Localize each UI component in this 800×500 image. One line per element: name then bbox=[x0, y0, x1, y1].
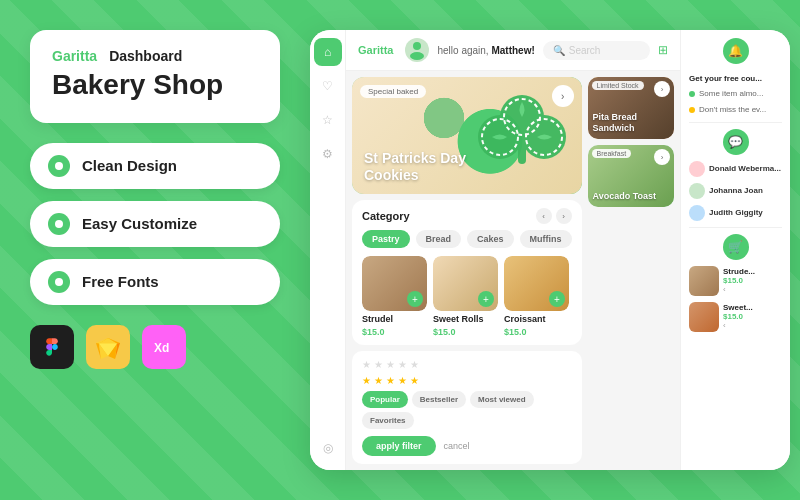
sidebar-home-icon[interactable]: ⌂ bbox=[314, 38, 342, 66]
category-section: Category ‹ › Pastry Bread Cakes Muffins bbox=[352, 200, 582, 345]
card-avocado-details-btn[interactable]: › bbox=[654, 149, 670, 165]
notif-text-1: Some item almo... bbox=[699, 89, 763, 99]
product-img-strudel: + bbox=[362, 256, 427, 311]
card-pita-bread: Limited Stock › Pita BreadSandwich bbox=[588, 77, 674, 139]
card-pita-tag: Limited Stock bbox=[592, 81, 644, 90]
tab-pastry[interactable]: Pastry bbox=[362, 230, 410, 248]
product-price-sweetrolls: $15.0 bbox=[433, 327, 498, 337]
small-cards-column: Limited Stock › Pita BreadSandwich Break… bbox=[588, 77, 674, 464]
notif-user-2: Johanna Joan bbox=[689, 183, 782, 199]
notif-divider-1 bbox=[689, 122, 782, 123]
cancel-filter-button[interactable]: cancel bbox=[444, 441, 470, 451]
sketch-icon[interactable] bbox=[86, 325, 130, 369]
dashboard-panel: ⌂ ♡ ☆ ⚙ ◎ Garitta hello again, Matthew! … bbox=[310, 30, 790, 470]
brand-logo: Garitta bbox=[52, 48, 97, 64]
star-5: ★ bbox=[410, 359, 419, 370]
sidebar-star-icon[interactable]: ☆ bbox=[314, 106, 342, 134]
star-filled-1: ★ bbox=[362, 375, 371, 386]
tool-icons: Xd bbox=[30, 325, 280, 369]
product-add-croissant[interactable]: + bbox=[549, 291, 565, 307]
filter-panel: ★ ★ ★ ★ ★ ★ ★ ★ ★ ★ bbox=[352, 351, 582, 464]
notification-bell-icon[interactable]: 🔔 bbox=[723, 38, 749, 64]
user-name-3: Judith Giggity bbox=[709, 208, 763, 217]
filter-popular[interactable]: Popular bbox=[362, 391, 408, 408]
tab-muffins[interactable]: Muffins bbox=[520, 230, 572, 248]
product-add-sweetrolls[interactable]: + bbox=[478, 291, 494, 307]
cart-product-1: Strude... $15.0 ‹ bbox=[689, 266, 782, 296]
xd-icon[interactable]: Xd bbox=[142, 325, 186, 369]
product-price-strudel: $15.0 bbox=[362, 327, 427, 337]
product-name-sweetrolls: Sweet Rolls bbox=[433, 314, 498, 324]
cart-product-name-1: Strude... bbox=[723, 267, 755, 276]
left-panel: Garitta Dashboard Bakery Shop Clean Desi… bbox=[0, 0, 310, 500]
dashboard-topbar: Garitta hello again, Matthew! 🔍 Search ⊞ bbox=[346, 30, 680, 71]
star-4: ★ bbox=[398, 359, 407, 370]
feature-pill-free-fonts[interactable]: Free Fonts bbox=[30, 259, 280, 305]
filter-mostviewed[interactable]: Most viewed bbox=[470, 391, 534, 408]
star-filled-3: ★ bbox=[386, 375, 395, 386]
star-filled-2: ★ bbox=[374, 375, 383, 386]
sidebar-heart-icon[interactable]: ♡ bbox=[314, 72, 342, 100]
stars-row-1: ★ ★ ★ ★ ★ bbox=[362, 359, 572, 370]
filter-panel-container: ★ ★ ★ ★ ★ ★ ★ ★ ★ ★ bbox=[352, 351, 582, 464]
cart-product-expand-1[interactable]: ‹ bbox=[723, 285, 755, 294]
product-price-croissant: $15.0 bbox=[504, 327, 569, 337]
tab-bread[interactable]: Bread bbox=[416, 230, 462, 248]
notif-dot-1 bbox=[689, 91, 695, 97]
cart-product-2: Sweet... $15.0 ‹ bbox=[689, 302, 782, 332]
notif-promo-title: Get your free cou... bbox=[689, 74, 782, 83]
dashboard-main: Garitta hello again, Matthew! 🔍 Search ⊞ bbox=[346, 30, 680, 470]
feature-pill-clean-design[interactable]: Clean Design bbox=[30, 143, 280, 189]
star-1: ★ bbox=[362, 359, 371, 370]
sidebar-user-icon[interactable]: ◎ bbox=[314, 434, 342, 462]
card-pita-title: Pita BreadSandwich bbox=[593, 112, 638, 134]
star-2: ★ bbox=[374, 359, 383, 370]
product-grid: + Strudel $15.0 + Sweet Rolls $15.0 bbox=[362, 256, 572, 337]
card-pita-details-btn[interactable]: › bbox=[654, 81, 670, 97]
feature-label-easy-customize: Easy Customize bbox=[82, 215, 197, 232]
product-card-sweetrolls: + Sweet Rolls $15.0 bbox=[433, 256, 498, 337]
svg-point-13 bbox=[410, 52, 424, 60]
tab-cakes[interactable]: Cakes bbox=[467, 230, 514, 248]
sidebar-settings-icon[interactable]: ⚙ bbox=[314, 140, 342, 168]
feature-dot-free-fonts bbox=[48, 271, 70, 293]
search-placeholder: Search bbox=[569, 45, 601, 56]
hero-details-button[interactable]: › bbox=[552, 85, 574, 107]
notif-dot-2 bbox=[689, 107, 695, 113]
category-header: Category ‹ › bbox=[362, 208, 572, 224]
chat-icon[interactable]: 💬 bbox=[723, 129, 749, 155]
svg-rect-17 bbox=[518, 134, 526, 164]
grid-icon[interactable]: ⊞ bbox=[658, 43, 668, 57]
filter-bestseller[interactable]: Bestseller bbox=[412, 391, 466, 408]
cart-product-price-2: $15.0 bbox=[723, 312, 753, 321]
search-bar[interactable]: 🔍 Search bbox=[543, 41, 650, 60]
star-3: ★ bbox=[386, 359, 395, 370]
product-card-strudel: + Strudel $15.0 bbox=[362, 256, 427, 337]
notif-divider-2 bbox=[689, 227, 782, 228]
product-img-croissant: + bbox=[504, 256, 569, 311]
category-tabs: Pastry Bread Cakes Muffins bbox=[362, 230, 572, 248]
product-name-strudel: Strudel bbox=[362, 314, 427, 324]
filter-favorites[interactable]: Favorites bbox=[362, 412, 414, 429]
notification-panel: 🔔 Get your free cou... Some item almo...… bbox=[680, 30, 790, 470]
dashboard-sidebar: ⌂ ♡ ☆ ⚙ ◎ bbox=[310, 30, 346, 470]
feature-pill-easy-customize[interactable]: Easy Customize bbox=[30, 201, 280, 247]
category-next-button[interactable]: › bbox=[556, 208, 572, 224]
hero-card: Special baked › St Patricks DayCookies bbox=[352, 77, 582, 194]
figma-icon[interactable] bbox=[30, 325, 74, 369]
category-navigation: ‹ › bbox=[536, 208, 572, 224]
cart-product-name-2: Sweet... bbox=[723, 303, 753, 312]
brand-title: Bakery Shop bbox=[52, 70, 258, 101]
product-name-croissant: Croissant bbox=[504, 314, 569, 324]
dashboard-content: Special baked › St Patricks DayCookies C… bbox=[346, 71, 680, 470]
cart-product-info-2: Sweet... $15.0 ‹ bbox=[723, 303, 753, 330]
category-title: Category bbox=[362, 210, 410, 222]
user-name-1: Donald Weberma... bbox=[709, 164, 781, 173]
svg-point-12 bbox=[413, 42, 421, 50]
filter-buttons: Popular Bestseller Most viewed Favorites bbox=[362, 391, 572, 429]
cart-icon[interactable]: 🛒 bbox=[723, 234, 749, 260]
product-add-strudel[interactable]: + bbox=[407, 291, 423, 307]
category-prev-button[interactable]: ‹ bbox=[536, 208, 552, 224]
apply-filter-button[interactable]: apply filter bbox=[362, 436, 436, 456]
cart-product-expand-2[interactable]: ‹ bbox=[723, 321, 753, 330]
